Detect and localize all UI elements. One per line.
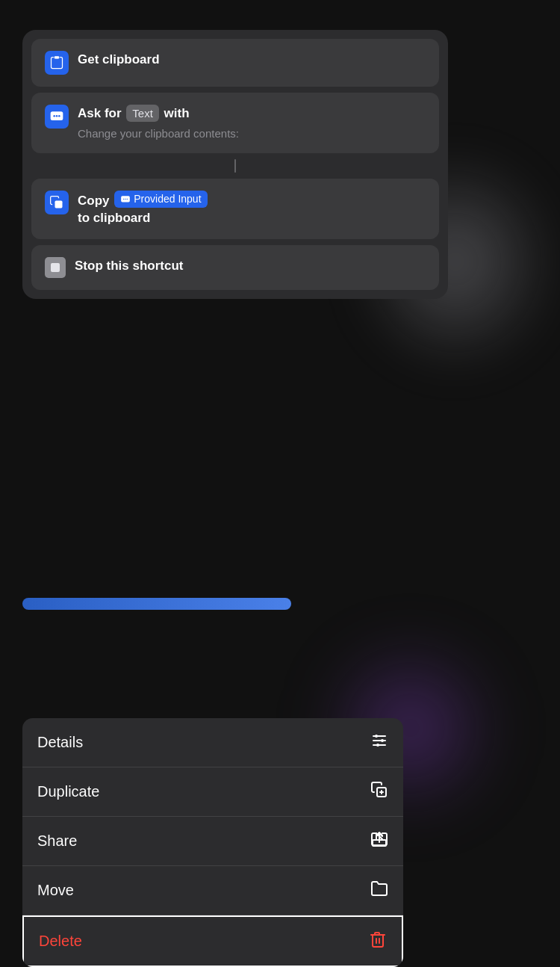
- action-stop[interactable]: Stop this shortcut: [31, 245, 439, 290]
- svg-point-15: [381, 739, 384, 742]
- copy-to-clipboard-suffix: to clipboard: [78, 211, 150, 225]
- copy-icon: [45, 191, 69, 214]
- svg-point-9: [125, 198, 126, 199]
- svg-point-10: [127, 198, 128, 199]
- blue-bar-decoration: [22, 598, 291, 610]
- share-icon: [370, 830, 388, 852]
- duplicate-label: Duplicate: [37, 783, 99, 800]
- move-icon: [370, 880, 388, 901]
- context-menu: Details Duplicate Share: [22, 718, 403, 967]
- delete-icon: [369, 930, 387, 952]
- svg-point-5: [58, 115, 60, 117]
- delete-label: Delete: [39, 933, 82, 950]
- duplicate-icon: [370, 781, 388, 803]
- svg-point-8: [123, 198, 124, 199]
- details-label: Details: [37, 734, 83, 751]
- stop-square: [51, 263, 60, 272]
- menu-item-delete[interactable]: Delete: [22, 915, 403, 967]
- share-label: Share: [37, 832, 77, 850]
- menu-item-details[interactable]: Details: [22, 718, 403, 767]
- get-clipboard-label: Get clipboard: [78, 52, 160, 67]
- action-ask-for[interactable]: Ask for Text with Change your clipboard …: [31, 93, 439, 153]
- details-icon: [370, 732, 388, 753]
- menu-item-move[interactable]: Move: [22, 866, 403, 915]
- shortcut-card: Get clipboard Ask for Text with Change y…: [22, 30, 448, 299]
- stop-icon: [45, 257, 66, 278]
- move-label: Move: [37, 882, 74, 899]
- ask-for-prompt: Change your clipboard contents:: [78, 126, 426, 141]
- divider: [234, 159, 236, 173]
- stop-label: Stop this shortcut: [75, 259, 183, 273]
- ask-for-with: with: [164, 106, 190, 120]
- copy-label-prefix: Copy: [78, 194, 113, 208]
- stop-text: Stop this shortcut: [75, 257, 426, 275]
- ask-for-pill: Text: [126, 105, 159, 122]
- ask-for-label: Ask for: [78, 106, 125, 120]
- action-copy[interactable]: Copy Provided Input to clipboard: [31, 179, 439, 239]
- svg-point-3: [53, 115, 55, 117]
- menu-item-duplicate[interactable]: Duplicate: [22, 767, 403, 817]
- action-get-clipboard[interactable]: Get clipboard: [31, 39, 439, 87]
- menu-item-share[interactable]: Share: [22, 817, 403, 866]
- svg-point-16: [376, 744, 379, 747]
- svg-point-14: [375, 735, 378, 738]
- svg-rect-1: [55, 56, 60, 58]
- ask-for-text: Ask for Text with Change your clipboard …: [78, 105, 426, 141]
- clipboard-icon: [45, 51, 69, 75]
- copy-text: Copy Provided Input to clipboard: [78, 191, 426, 227]
- get-clipboard-text: Get clipboard: [78, 51, 426, 69]
- provided-input-pill: Provided Input: [114, 191, 207, 208]
- svg-rect-6: [55, 200, 63, 208]
- ask-icon: [45, 105, 69, 129]
- svg-point-4: [56, 115, 58, 117]
